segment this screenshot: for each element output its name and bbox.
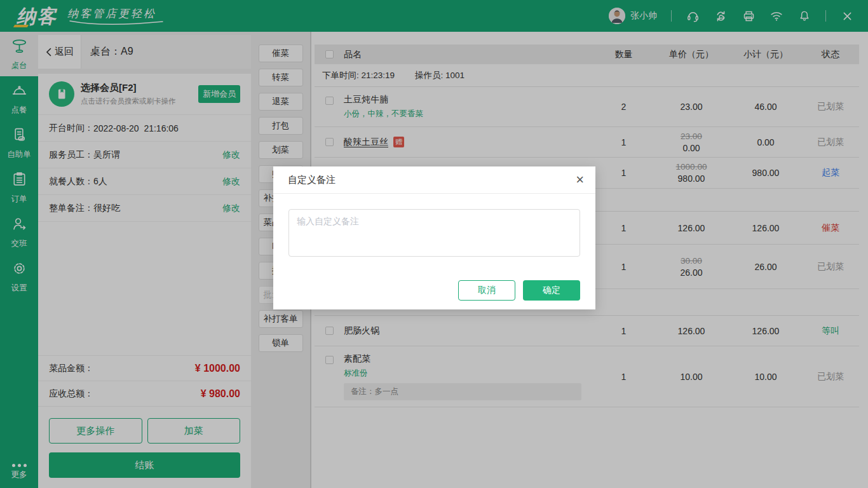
custom-remark-dialog: 自定义备注 × 取消 确定 (273, 166, 595, 309)
dialog-close-icon[interactable]: × (576, 173, 584, 187)
dialog-body (273, 194, 595, 259)
cancel-button[interactable]: 取消 (458, 280, 515, 301)
dialog-title: 自定义备注 (288, 174, 336, 186)
custom-remark-input[interactable] (288, 209, 580, 257)
dialog-header: 自定义备注 × (273, 166, 595, 194)
pos-app: 纳客 纳客管店更轻松 张小帅 (0, 0, 868, 488)
dialog-footer: 取消 确定 (273, 259, 595, 301)
confirm-button[interactable]: 确定 (523, 280, 580, 301)
